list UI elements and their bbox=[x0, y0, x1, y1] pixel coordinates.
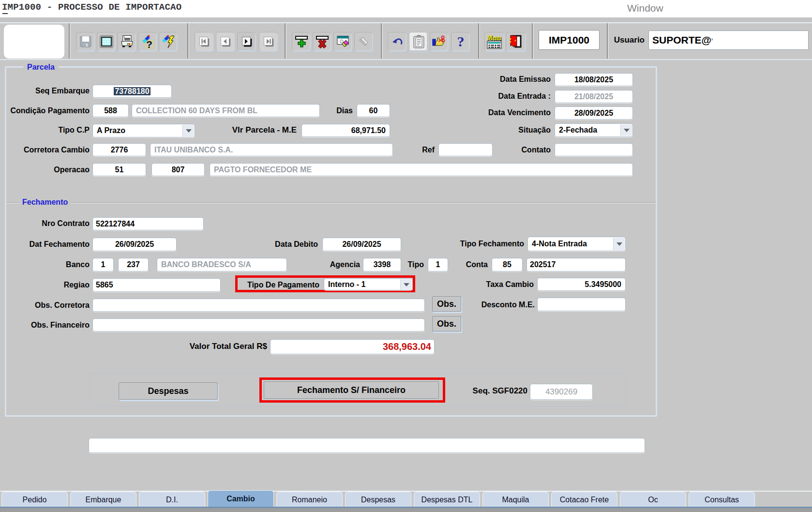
svg-text:?: ? bbox=[457, 35, 464, 48]
svg-text:?: ? bbox=[146, 39, 152, 48]
svg-text:Menu: Menu bbox=[487, 34, 501, 42]
